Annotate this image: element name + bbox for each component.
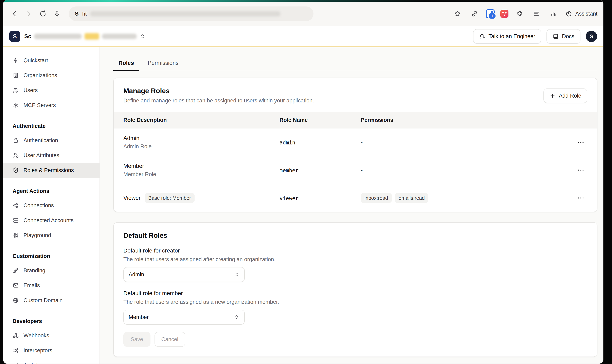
sidebar-item-users[interactable]: Users [3,83,99,98]
row-menu-button[interactable] [575,137,586,148]
assistant-icon [565,10,572,17]
globe-icon [13,297,19,304]
sidebar-item-label: Custom Domain [24,297,63,304]
window-accent-strip [3,0,603,2]
user-avatar[interactable]: S [586,31,597,42]
sidebar-item-label: Webhooks [24,333,49,339]
sidebar-section-authenticate: Authenticate [3,113,99,133]
manage-roles-titles: Manage Roles Define and manage roles tha… [123,87,314,104]
sidebar-item-label: Quickstart [24,57,48,64]
sidebar-item-label: Connections [24,202,54,209]
user-gear-icon [13,152,19,158]
bookmark-star-icon[interactable] [454,10,461,17]
manage-roles-title: Manage Roles [123,87,314,95]
role-subtitle: Member Role [123,171,275,178]
add-role-button[interactable]: Add Role [543,89,587,103]
sidebar-nav: QuickstartOrganizationsUsersMCP ServersA… [3,53,99,364]
lock-icon [13,137,19,144]
talk-to-engineer-button[interactable]: Talk to an Engineer [473,29,541,44]
desktop: S ht 1 Assistant S [0,0,612,364]
permission-badges: inbox:reademails:read [361,193,568,203]
role-title: Admin [123,135,139,141]
mcp-icon [13,102,19,108]
creator-role-description: The role that users are assigned after c… [123,256,587,263]
sidebar-item-user-attributes[interactable]: User Attributes [3,148,99,163]
sidebar-item-webhooks[interactable]: Webhooks [3,328,99,343]
brush-icon [13,267,19,274]
row-actions-cell [568,164,597,176]
permissions-cell: inbox:reademails:read [361,193,568,203]
row-actions-cell [568,192,597,204]
activity-bars-icon[interactable] [550,10,557,17]
sidebar-item-auth-logs[interactable]: Auth Logs [3,358,99,364]
row-menu-button[interactable] [575,192,586,204]
extension-icon[interactable] [516,10,523,17]
permissions-empty: - [361,139,568,145]
route-icon [13,347,19,354]
member-role-description: The role that users are assigned as a ne… [123,299,587,305]
docs-button[interactable]: Docs [546,29,581,44]
member-role-select[interactable]: Member [123,310,245,325]
sidebar-item-playground[interactable]: Playground [3,228,99,243]
sidebar-item-custom-domain[interactable]: Custom Domain [3,293,99,308]
role-name-value: member [279,168,299,173]
address-bar[interactable]: S ht [69,6,313,21]
sidebar-item-authentication[interactable]: Authentication [3,133,99,148]
browser-toolbar: S ht 1 Assistant [3,2,603,26]
add-role-label: Add Role [559,93,581,99]
role-name-value: viewer [279,195,299,201]
tab-roles[interactable]: Roles [113,56,139,71]
mic-icon[interactable] [53,10,61,17]
cancel-button[interactable]: Cancel [154,332,185,347]
back-icon[interactable] [11,10,18,17]
reading-list-icon[interactable] [533,10,540,17]
chart-bars-icon [13,362,19,364]
sidebar-item-connections[interactable]: Connections [3,198,99,213]
extension-blue-icon[interactable]: 1 [486,9,495,18]
site-favicon: S [75,11,79,17]
sidebar-item-organizations[interactable]: Organizations [3,68,99,83]
chevrons-up-down-icon [234,314,239,320]
talk-to-engineer-label: Talk to an Engineer [488,33,535,39]
sidebar-item-mcp-servers[interactable]: MCP Servers [3,98,99,113]
sidebar-item-branding[interactable]: Branding [3,263,99,278]
extension-red-icon[interactable] [500,10,508,18]
header-actions: Talk to an Engineer Docs S [473,29,597,44]
sidebar-item-label: Playground [24,232,51,239]
row-menu-button[interactable] [575,164,586,176]
role-name-value: admin [279,140,295,146]
column-header: Permissions [361,117,568,123]
table-row: MemberMember Rolemember- [114,156,597,184]
role-name-cell: member [279,167,361,174]
creator-role-label: Default role for creator [123,247,587,254]
permissions-cell: - [361,139,568,145]
table-row: AdminAdmin Roleadmin- [114,128,597,156]
sidebar-item-label: MCP Servers [24,102,56,108]
sidebar-item-label: Branding [24,267,45,274]
mail-icon [13,282,19,289]
sidebar-item-interceptors[interactable]: Interceptors [3,343,99,358]
creator-role-select[interactable]: Admin [123,267,245,282]
sidebar-item-connected-accounts[interactable]: Connected Accounts [3,213,99,228]
role-subtitle: Admin Role [123,143,275,150]
save-button[interactable]: Save [123,332,151,347]
tab-permissions[interactable]: Permissions [142,56,184,71]
column-header: Role Name [279,117,361,123]
sidebar-item-quickstart[interactable]: Quickstart [3,53,99,68]
forward-icon[interactable] [25,10,32,17]
assistant-button[interactable]: Assistant [565,10,598,17]
role-name-line: ViewerBase role: Member [123,193,275,203]
default-roles-card: Default Roles Default role for creator T… [113,222,598,357]
sidebar-item-emails[interactable]: Emails [3,278,99,293]
member-role-group: Default role for member The role that us… [123,290,587,325]
reload-icon[interactable] [39,10,46,17]
permission-badge: inbox:read [361,193,392,203]
permission-badge: emails:read [395,193,428,203]
cards-icon [13,217,19,224]
column-header: Role Description [114,117,279,123]
copy-link-icon[interactable] [471,10,478,17]
roles-table: Role DescriptionRole NamePermissionsAdmi… [114,112,597,212]
sidebar-item-roles-permissions[interactable]: Roles & Permissions [3,163,99,178]
org-switcher[interactable]: Sc [24,33,146,39]
role-description-cell: MemberMember Role [114,157,279,183]
